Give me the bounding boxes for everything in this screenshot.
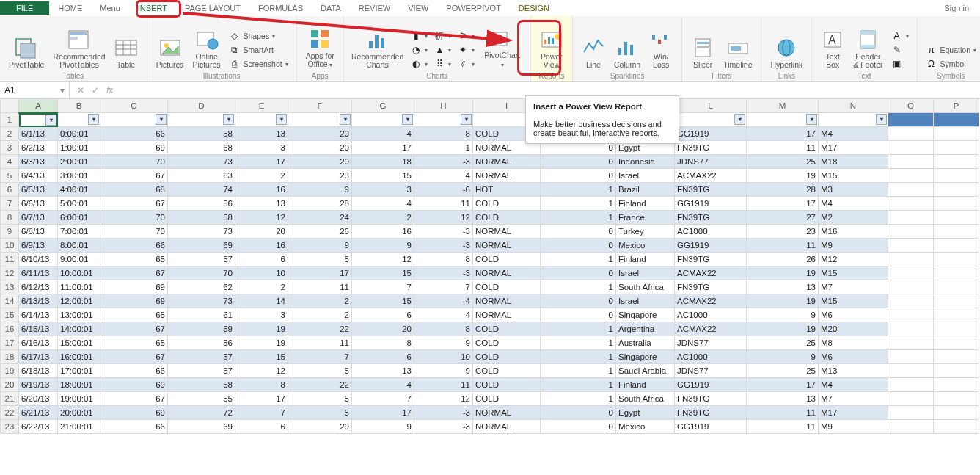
cell[interactable]: JDNS77 (675, 155, 747, 169)
header-footer-button[interactable]: Header & Footer (850, 26, 885, 70)
cell[interactable]: 17 (235, 155, 288, 169)
cell[interactable]: 62 (168, 280, 235, 294)
cell[interactable]: 9 (288, 183, 352, 197)
cell[interactable]: M7 (819, 392, 888, 406)
cell[interactable]: 8 (352, 336, 414, 350)
cell[interactable]: COLD (473, 197, 541, 211)
cell[interactable]: 0 (541, 169, 616, 183)
cell[interactable]: 6/21/13 (19, 406, 58, 420)
cell[interactable]: 9 (747, 350, 819, 364)
cancel-formula-icon[interactable]: ✕ (77, 85, 84, 95)
cell[interactable]: 0 (541, 294, 616, 308)
cell[interactable]: 20 (288, 155, 352, 169)
cell[interactable]: COLD (473, 392, 541, 406)
row-header[interactable]: 23 (1, 420, 19, 434)
cell[interactable]: 7:00:01 (58, 225, 100, 239)
cell[interactable]: Argentina (616, 322, 675, 336)
cell[interactable]: 14:00:01 (58, 322, 100, 336)
cell[interactable]: M9 (819, 239, 888, 253)
row-header[interactable]: 2 (1, 127, 19, 141)
filter-button[interactable] (276, 114, 287, 125)
cell[interactable]: 7 (235, 406, 288, 420)
cell[interactable]: COLD (473, 378, 541, 392)
table-header-systemage[interactable]: systemage (288, 113, 352, 127)
cell[interactable]: 63 (168, 169, 235, 183)
cell[interactable]: M15 (819, 169, 888, 183)
cell[interactable]: 69 (168, 239, 235, 253)
cell[interactable]: 6/12/13 (19, 280, 58, 294)
cell[interactable]: 6/14/13 (19, 308, 58, 322)
cell[interactable]: 7 (352, 280, 414, 294)
cell[interactable]: M18 (819, 155, 888, 169)
cell[interactable]: 17 (235, 392, 288, 406)
column-header-P[interactable]: P (934, 99, 979, 113)
cell[interactable]: 25 (747, 155, 819, 169)
tab-page-layout[interactable]: PAGE LAYOUT (176, 1, 249, 14)
row-header[interactable]: 14 (1, 294, 19, 308)
cell[interactable]: 9 (352, 239, 414, 253)
cell[interactable]: 3 (352, 183, 414, 197)
cell[interactable]: 6 (235, 420, 288, 434)
cell[interactable]: 65 (100, 253, 168, 266)
cell[interactable]: 9 (414, 336, 473, 350)
cell[interactable]: Israel (616, 294, 675, 308)
cell[interactable]: 57 (168, 253, 235, 266)
column-header-L[interactable]: L (675, 99, 747, 113)
cell[interactable]: GG1919 (675, 420, 747, 434)
cell[interactable]: 1 (541, 350, 616, 364)
cell[interactable]: 23 (747, 225, 819, 239)
column-header-F[interactable]: F (288, 99, 352, 113)
cell[interactable]: 8:00:01 (58, 239, 100, 253)
cell[interactable]: 8 (414, 127, 473, 141)
cell[interactable]: 22 (288, 322, 352, 336)
filter-button[interactable] (45, 115, 56, 126)
cell[interactable]: 12 (414, 392, 473, 406)
column-header-B[interactable]: B (58, 99, 100, 113)
cell[interactable]: 6/10/13 (19, 253, 58, 266)
cell[interactable]: 69 (100, 294, 168, 308)
cell[interactable]: 73 (168, 155, 235, 169)
slicer-button[interactable]: Slicer (688, 35, 717, 70)
cell[interactable]: 17 (288, 266, 352, 280)
cell[interactable]: -3 (414, 225, 473, 239)
cell[interactable]: 57 (168, 364, 235, 378)
table-header-date[interactable]: date (19, 113, 58, 127)
chart-radar-button[interactable]: ✦ (455, 43, 477, 57)
cell[interactable]: 58 (168, 211, 235, 225)
cell[interactable]: 12 (414, 211, 473, 225)
cell[interactable]: 20 (288, 127, 352, 141)
column-header-O[interactable]: O (888, 99, 934, 113)
timeline-button[interactable]: Timeline (720, 35, 755, 70)
cell[interactable]: 0 (541, 420, 616, 434)
sparkline-column-button[interactable]: Column (611, 35, 643, 70)
cell[interactable]: 9:00:01 (58, 253, 100, 266)
cell[interactable]: 69 (100, 280, 168, 294)
cell[interactable]: M7 (819, 280, 888, 294)
cell[interactable]: 6/17/13 (19, 350, 58, 364)
cell[interactable]: 15:00:01 (58, 336, 100, 350)
cell[interactable]: 70 (100, 225, 168, 239)
sparkline-winloss-button[interactable]: Win/ Loss (646, 26, 676, 70)
cell[interactable]: 9 (288, 239, 352, 253)
cell[interactable]: South Africa (616, 280, 675, 294)
chart-area-button[interactable]: ▲ (431, 43, 453, 57)
cell[interactable]: 17 (747, 197, 819, 211)
cell[interactable]: Saudi Arabia (616, 364, 675, 378)
cell[interactable]: 7 (414, 280, 473, 294)
column-header-E[interactable]: E (235, 99, 288, 113)
filter-button[interactable] (806, 114, 817, 125)
cell[interactable]: 5 (288, 406, 352, 420)
cell[interactable]: 11 (414, 378, 473, 392)
cell[interactable]: COLD (473, 336, 541, 350)
cell[interactable]: 6/15/13 (19, 322, 58, 336)
cell[interactable]: M16 (819, 225, 888, 239)
cell[interactable]: 13:00:01 (58, 308, 100, 322)
cell[interactable]: 67 (100, 197, 168, 211)
cell[interactable]: 16 (235, 239, 288, 253)
cell[interactable]: 7 (288, 350, 352, 364)
cell[interactable]: 11 (747, 420, 819, 434)
cell[interactable]: 4 (352, 127, 414, 141)
chart-hier-button[interactable]: ◔ (408, 43, 430, 57)
cell[interactable]: NORMAL (473, 225, 541, 239)
hyperlink-button[interactable]: Hyperlink (767, 35, 805, 70)
